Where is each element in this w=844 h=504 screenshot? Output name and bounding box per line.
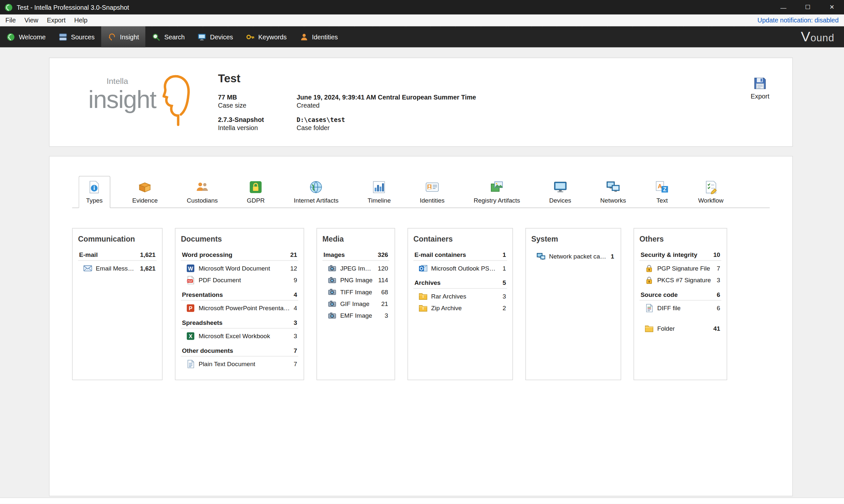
svg-text:PDF: PDF	[188, 280, 193, 283]
insight-tab-internet-artifacts[interactable]: Internet Artifacts	[287, 176, 345, 208]
save-floppy-icon	[753, 76, 767, 90]
menubar: File View Export Help Update notificatio…	[0, 15, 844, 26]
menu-help[interactable]: Help	[70, 15, 92, 26]
type-item[interactable]: GIF Image21	[323, 298, 389, 309]
version-field: 2.7.3-Snapshot Intella version	[218, 116, 296, 132]
type-item[interactable]: Plain Text Document7	[181, 358, 298, 370]
insight-icon	[107, 33, 116, 41]
menu-view[interactable]: View	[20, 15, 42, 26]
identities-card-icon	[425, 180, 439, 194]
item-label: DIFF file	[657, 305, 681, 311]
insight-tab-gdpr[interactable]: GDPR	[240, 176, 272, 208]
camera-icon	[328, 288, 336, 296]
column-title: Communication	[78, 234, 157, 243]
type-item[interactable]: WMicrosoft Word Document12	[181, 263, 298, 274]
nav-tab-label: Welcome	[19, 33, 46, 41]
category-header[interactable]: Security & integrity10	[640, 251, 721, 261]
category-count: 10	[713, 252, 720, 258]
type-item[interactable]: EMF Image3	[323, 310, 389, 322]
type-item[interactable]: Folder41	[640, 323, 721, 334]
category-header[interactable]: Other documents7	[181, 346, 298, 356]
type-item[interactable]: Microsoft Outlook PST File1	[413, 263, 507, 274]
nav-tab-label: Devices	[210, 33, 233, 41]
case-folder-field: D:\cases\test Case folder	[296, 116, 476, 132]
item-label: Microsoft Word Document	[199, 265, 270, 271]
type-item[interactable]: PKCS #7 Signature3	[640, 274, 721, 286]
type-item[interactable]: PNG Image114	[323, 274, 389, 286]
window-title: Test - Intella Professional 3.0-Snapshot	[17, 4, 129, 11]
column-title: Documents	[181, 234, 298, 243]
window-controls: — ☐ ✕	[771, 0, 844, 15]
item-count: 3	[503, 293, 506, 300]
close-button[interactable]: ✕	[820, 0, 844, 15]
category-count: 4	[294, 291, 297, 298]
category-header[interactable]: E-mail containers1	[413, 251, 507, 261]
item-count: 7	[294, 361, 297, 367]
type-item[interactable]: JPEG Image120	[323, 263, 389, 274]
svg-text:P: P	[189, 305, 192, 311]
category-header[interactable]: Archives5	[413, 279, 507, 289]
category-header[interactable]: Word processing21	[181, 251, 298, 261]
created-value: June 19, 2024, 9:39:41 AM Central Europe…	[296, 94, 476, 101]
nav-tab-keywords[interactable]: Keywords	[240, 26, 293, 47]
insight-tab-custodians[interactable]: Custodians	[180, 176, 225, 208]
insight-tab-devices[interactable]: Devices	[542, 176, 579, 208]
item-label: TIFF Image	[340, 289, 372, 295]
category-header[interactable]: Source code6	[640, 290, 721, 301]
category-count: 326	[378, 252, 388, 258]
nav-tab-search[interactable]: Search	[145, 26, 191, 47]
type-item[interactable]: TIFF Image68	[323, 286, 389, 298]
type-section: Archives5Rar Archives3Zip Archive2	[413, 279, 507, 314]
type-item[interactable]: Network packet capture1	[531, 251, 615, 263]
version-value: 2.7.3-Snapshot	[218, 116, 296, 124]
category-name: Word processing	[182, 252, 232, 258]
type-section: Word processing21WMicrosoft Word Documen…	[181, 251, 298, 286]
evidence-icon	[138, 180, 152, 194]
text-icon: AZ	[655, 180, 669, 194]
insight-tab-label: Timeline	[367, 197, 391, 204]
export-button[interactable]: Export	[745, 76, 775, 100]
nav-tab-identities[interactable]: Identities	[293, 26, 344, 47]
insight-tab-types[interactable]: Types	[79, 176, 110, 208]
insight-tab-evidence[interactable]: Evidence	[125, 176, 165, 208]
type-item[interactable]: XMicrosoft Excel Workbook3	[181, 330, 298, 342]
insight-tab-label: Identities	[420, 197, 445, 204]
insight-tab-timeline[interactable]: Timeline	[361, 176, 398, 208]
created-label: Created	[296, 102, 476, 109]
category-header[interactable]: Presentations4	[181, 290, 298, 301]
nav-tab-label: Sources	[71, 33, 95, 41]
type-item[interactable]: Zip Archive2	[413, 302, 507, 314]
menu-export[interactable]: Export	[42, 15, 70, 26]
type-item[interactable]: Email Message1,621	[78, 263, 157, 274]
type-item[interactable]: PGP Signature File7	[640, 263, 721, 274]
camera-icon	[328, 264, 336, 272]
type-item[interactable]: PDFPDF Document9	[181, 274, 298, 286]
nav-tab-welcome[interactable]: Welcome	[0, 26, 52, 47]
type-item[interactable]: Rar Archives3	[413, 290, 507, 302]
menu-file[interactable]: File	[1, 15, 20, 26]
item-label: PNG Image	[340, 277, 372, 284]
nav-tabs: WelcomeSourcesInsightSearchDevicesKeywor…	[0, 26, 344, 47]
type-item[interactable]: DIFF file6	[640, 302, 721, 314]
category-header[interactable]: E-mail1,621	[78, 251, 157, 261]
insight-tab-identities[interactable]: Identities	[413, 176, 451, 208]
update-notification-link[interactable]: Update notification: disabled	[757, 16, 839, 24]
category-header[interactable]: Spreadsheets3	[181, 318, 298, 328]
category-name: E-mail	[79, 252, 98, 258]
nav-tab-sources[interactable]: Sources	[52, 26, 101, 47]
type-item[interactable]: PMicrosoft PowerPoint Presentation4	[181, 302, 298, 314]
maximize-button[interactable]: ☐	[795, 0, 820, 15]
insight-tab-label: Text	[656, 197, 668, 204]
insight-tab-label: Devices	[549, 197, 571, 204]
nav-tab-devices[interactable]: Devices	[191, 26, 239, 47]
nav-tab-insight[interactable]: Insight	[101, 26, 145, 47]
insight-tab-label: Networks	[600, 197, 626, 204]
case-info-panel: Intella insight Test 77 MB Case size Jun…	[49, 57, 793, 147]
insight-tab-registry-artifacts[interactable]: Registry Artifacts	[467, 176, 527, 208]
insight-tab-networks[interactable]: Networks	[593, 176, 633, 208]
category-header[interactable]: Images326	[323, 251, 389, 261]
minimize-button[interactable]: —	[771, 0, 795, 15]
category-count: 7	[294, 347, 297, 354]
insight-tab-workflow[interactable]: Workflow	[691, 176, 730, 208]
insight-tab-text[interactable]: AZText	[648, 176, 676, 208]
